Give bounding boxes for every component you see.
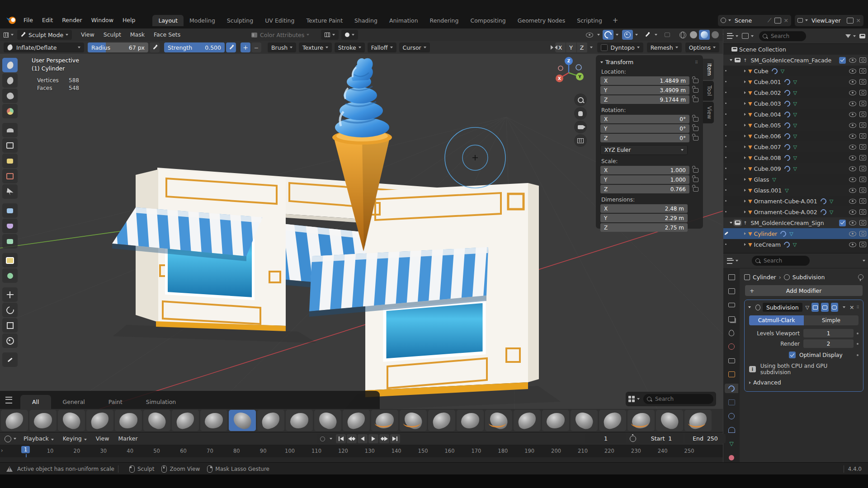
lock-icon[interactable] (693, 98, 698, 102)
expand-icon[interactable] (744, 156, 746, 159)
brush-falloff-dropdown[interactable] (341, 30, 358, 40)
workspace-tab-shading[interactable]: Shading (349, 15, 383, 26)
end-frame-field[interactable]: End 250 (685, 434, 726, 443)
disable-render-icon[interactable] (859, 166, 866, 171)
cursor-popover[interactable]: Cursor (399, 42, 430, 52)
disable-render-icon[interactable] (859, 188, 866, 193)
disable-render-icon[interactable] (859, 133, 866, 139)
render-levels-field[interactable]: 2 (803, 339, 854, 348)
outliner-row-icecream[interactable]: ▼IceCream▽ (723, 239, 868, 250)
jump-to-start-button[interactable] (336, 434, 346, 443)
hide-icon[interactable] (849, 134, 856, 139)
dimensions-z-field[interactable]: Z2.75 m (600, 223, 688, 232)
expand-icon[interactable] (744, 211, 746, 213)
brush-thumbnail[interactable] (656, 410, 683, 431)
menu-help[interactable]: Help (118, 15, 140, 26)
outliner-row-cube-008[interactable]: ▼Cube.008▽ (723, 152, 868, 163)
brush-thumbnail[interactable] (514, 410, 541, 431)
tool-cloth-filter[interactable] (2, 219, 18, 233)
brush-thumbnail[interactable] (115, 410, 142, 431)
hide-icon[interactable] (849, 80, 856, 84)
brush-thumbnail[interactable] (428, 410, 455, 431)
outliner-row-ornament-cube-a-001[interactable]: ▼Ornament-Cube-A.001▽ (723, 196, 868, 206)
expand-icon[interactable] (744, 91, 746, 94)
expand-icon[interactable] (744, 178, 746, 181)
brush-thumbnail[interactable] (599, 410, 626, 431)
tool-mask[interactable] (2, 89, 18, 103)
copy-scene-icon[interactable] (774, 18, 781, 23)
outliner-row-cube-003[interactable]: ▼Cube.003▽ (723, 98, 868, 109)
dyntopo-checkbox[interactable] (601, 44, 608, 51)
collection-checkbox[interactable] (839, 220, 846, 226)
auto-keying-button[interactable] (317, 434, 327, 443)
brush-popover[interactable]: Brush (268, 42, 296, 52)
toggle-on-cage-icon[interactable]: ▽ (806, 305, 809, 310)
camera-view-button[interactable] (574, 121, 587, 133)
tool-move[interactable] (2, 287, 18, 302)
shelf-tab-all[interactable]: All (20, 395, 51, 409)
add-direction-button[interactable]: + (241, 42, 250, 52)
outliner-filter-image-icon[interactable] (742, 33, 749, 39)
shelf-menu-icon[interactable] (5, 397, 12, 404)
texture-popover[interactable]: Texture (299, 42, 332, 52)
shelf-tab-general[interactable]: General (51, 395, 97, 409)
tool-color-filter[interactable] (2, 234, 18, 249)
outliner-row-cylinder[interactable]: ▼Cylinder▽ (723, 228, 868, 239)
options-popover[interactable]: Options (685, 42, 719, 52)
expand-icon[interactable] (744, 200, 746, 202)
disable-render-icon[interactable] (859, 177, 866, 182)
tool-edit-face-set[interactable] (2, 253, 18, 267)
brush-thumbnail[interactable] (86, 410, 113, 431)
outliner-row-cube-007[interactable]: ▼Cube.007▽ (723, 141, 868, 152)
start-frame-field[interactable]: Start 1 (640, 434, 683, 443)
tool-draw-face-sets[interactable] (2, 104, 18, 118)
hide-icon[interactable] (849, 123, 856, 128)
disable-render-icon[interactable] (859, 209, 866, 215)
expand-icon[interactable] (744, 113, 746, 116)
disable-render-icon[interactable] (859, 101, 866, 106)
brush-thumbnail[interactable] (286, 410, 313, 431)
menu-mask[interactable]: Mask (126, 29, 149, 40)
disable-render-icon[interactable] (859, 231, 866, 236)
menu-window[interactable]: Window (87, 15, 118, 26)
dimensions-x-field[interactable]: X2.48 m (600, 204, 688, 213)
outliner-search-input[interactable] (770, 33, 802, 40)
lock-icon[interactable] (693, 127, 698, 131)
play-button[interactable] (368, 434, 378, 443)
gizmo-y-axis[interactable]: Y (576, 73, 584, 80)
annotate-dropdown[interactable] (642, 30, 652, 40)
timeline-editor-icon[interactable] (5, 436, 11, 442)
disable-render-icon[interactable] (859, 90, 866, 95)
brush-thumbnail[interactable] (143, 410, 170, 431)
proportional-editing-toggle[interactable] (622, 30, 633, 40)
tab-object-data[interactable]: ▽ (725, 439, 738, 449)
menu-edit[interactable]: Edit (38, 15, 57, 26)
tab-tool[interactable] (725, 272, 738, 282)
lock-icon[interactable] (693, 117, 698, 122)
current-frame-badge[interactable]: 1 (21, 446, 30, 453)
hide-icon[interactable] (849, 210, 856, 215)
menu-view[interactable]: View (76, 29, 99, 40)
disable-render-icon[interactable] (859, 242, 866, 247)
tool-mesh-filter[interactable] (2, 203, 18, 218)
outliner-row-glass[interactable]: ▼Glass▽ (723, 174, 868, 185)
sidebar-tab-view[interactable]: View (703, 102, 714, 123)
outliner-row-cube-004[interactable]: ▼Cube.004▽ (723, 109, 868, 120)
shading-rendered-button[interactable] (710, 30, 721, 40)
lock-icon[interactable] (693, 136, 698, 141)
disable-render-icon[interactable] (859, 220, 866, 225)
disable-render-icon[interactable] (859, 155, 866, 160)
tool-mask-by-color[interactable] (2, 268, 18, 283)
jump-to-end-button[interactable] (390, 434, 400, 443)
simple-button[interactable]: Simple (804, 315, 859, 325)
hide-icon[interactable] (849, 242, 856, 247)
sidebar-tab-tool[interactable]: Tool (703, 81, 714, 100)
rotation-x-field[interactable]: X0° (600, 115, 689, 123)
hide-icon[interactable] (849, 166, 856, 171)
menu-file[interactable]: File (19, 15, 38, 26)
tab-constraints[interactable] (725, 425, 738, 435)
region-toggle-chevron[interactable]: › (1, 447, 3, 454)
remove-modifier-icon[interactable]: ✕ (849, 304, 854, 311)
hide-icon[interactable] (849, 112, 856, 117)
tab-physics[interactable] (725, 411, 738, 421)
